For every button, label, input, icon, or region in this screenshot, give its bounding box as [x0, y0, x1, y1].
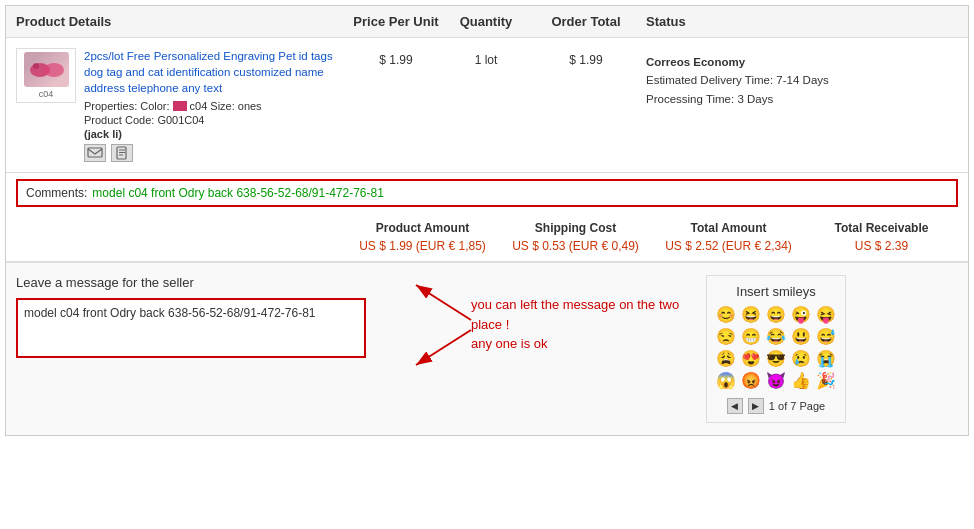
smiley-item[interactable]: 😢 — [790, 349, 812, 368]
svg-point-1 — [44, 63, 64, 77]
annotation-area: you can left the message on the two plac… — [411, 275, 691, 423]
column-header-status: Status — [646, 14, 958, 29]
smileys-section: Insert smileys 😊😆😄😜😝😒😁😂😃😅😩😍😎😢😭😱😡😈👍🎉 ◀ ▶ … — [706, 275, 846, 423]
properties-label: Properties: — [84, 100, 137, 112]
status-title: Correos Economy — [646, 53, 958, 71]
product-amount-value: US $ 1.99 (EUR € 1,85) — [346, 239, 499, 253]
totals-row: Product Amount US $ 1.99 (EUR € 1,85) Sh… — [6, 213, 968, 262]
total-receivable-value: US $ 2.39 — [805, 239, 958, 253]
message-icon[interactable] — [84, 144, 106, 162]
smiley-item[interactable]: 😍 — [740, 349, 762, 368]
totals-total-receivable: Total Receivable US $ 2.39 — [805, 221, 958, 253]
product-price: $ 1.99 — [346, 48, 446, 67]
smiley-item[interactable]: 👍 — [790, 371, 812, 390]
column-header-quantity: Quantity — [446, 14, 526, 29]
column-header-price: Price Per Unit — [346, 14, 446, 29]
product-code: Product Code: G001C04 — [84, 114, 346, 126]
smiley-item[interactable]: 😅 — [815, 327, 837, 346]
annotation-text: you can left the message on the two plac… — [471, 295, 691, 354]
smiley-item[interactable]: 😭 — [815, 349, 837, 368]
smileys-prev-btn[interactable]: ◀ — [727, 398, 743, 414]
product-order-total: $ 1.99 — [526, 48, 646, 67]
annotation-line2: place ! — [471, 315, 691, 335]
smileys-next-btn[interactable]: ▶ — [748, 398, 764, 414]
comments-row: Comments: model c04 front Odry back 638-… — [16, 179, 958, 207]
message-section-label: Leave a message for the seller — [16, 275, 396, 290]
smiley-item[interactable]: 😜 — [790, 305, 812, 324]
smiley-item[interactable]: 😡 — [740, 371, 762, 390]
size-value: ones — [238, 100, 262, 112]
smiley-item[interactable]: 🎉 — [815, 371, 837, 390]
svg-rect-3 — [88, 148, 102, 157]
shipping-cost-value: US $ 0.53 (EUR € 0,49) — [499, 239, 652, 253]
totals-shipping-cost: Shipping Cost US $ 0.53 (EUR € 0,49) — [499, 221, 652, 253]
totals-spacer — [16, 221, 346, 253]
shipping-cost-label: Shipping Cost — [499, 221, 652, 235]
product-properties: Properties: Color: c04 Size: ones — [84, 100, 346, 112]
thumb-label: c04 — [39, 89, 54, 99]
smiley-item[interactable]: 😆 — [740, 305, 762, 324]
smileys-grid: 😊😆😄😜😝😒😁😂😃😅😩😍😎😢😭😱😡😈👍🎉 — [715, 305, 837, 390]
message-section: Leave a message for the seller — [16, 275, 396, 423]
smiley-item[interactable]: 😝 — [815, 305, 837, 324]
color-label: Color: — [140, 100, 169, 112]
smiley-item[interactable]: 😄 — [765, 305, 787, 324]
column-header-product: Product Details — [16, 14, 346, 29]
status-processing: Processing Time: 3 Days — [646, 90, 958, 108]
size-label: Size: — [210, 100, 234, 112]
message-textarea[interactable] — [16, 298, 366, 358]
bottom-section: Leave a message for the seller you can l… — [6, 262, 968, 435]
product-user: (jack li) — [84, 128, 346, 140]
smiley-item[interactable]: 😊 — [715, 305, 737, 324]
total-amount-label: Total Amount — [652, 221, 805, 235]
smileys-title: Insert smileys — [715, 284, 837, 299]
color-value: c04 — [190, 100, 208, 112]
svg-line-10 — [416, 285, 471, 320]
totals-total-amount: Total Amount US $ 2.52 (EUR € 2,34) — [652, 221, 805, 253]
column-header-order-total: Order Total — [526, 14, 646, 29]
total-amount-value: US $ 2.52 (EUR € 2,34) — [652, 239, 805, 253]
smiley-item[interactable]: 😒 — [715, 327, 737, 346]
smiley-item[interactable]: 😩 — [715, 349, 737, 368]
color-swatch — [173, 101, 187, 111]
status-delivery: Estimated Delivery Time: 7-14 Days — [646, 71, 958, 89]
thumb-image — [24, 52, 69, 87]
product-row: c04 2pcs/lot Free Personalized Engraving… — [6, 38, 968, 173]
product-quantity: 1 lot — [446, 48, 526, 67]
smiley-item[interactable]: 😱 — [715, 371, 737, 390]
smileys-page-info: 1 of 7 Page — [769, 400, 825, 412]
document-icon[interactable] — [111, 144, 133, 162]
smiley-item[interactable]: 😃 — [790, 327, 812, 346]
annotation-line1: you can left the message on the two — [471, 295, 691, 315]
svg-line-9 — [416, 330, 471, 365]
smiley-item[interactable]: 😂 — [765, 327, 787, 346]
product-action-icons — [84, 144, 346, 162]
smiley-item[interactable]: 😁 — [740, 327, 762, 346]
annotation-line3: any one is ok — [471, 334, 691, 354]
total-receivable-label: Total Receivable — [805, 221, 958, 235]
product-status: Correos Economy Estimated Delivery Time:… — [646, 48, 958, 108]
smileys-nav: ◀ ▶ 1 of 7 Page — [715, 398, 837, 414]
comments-label: Comments: — [26, 186, 87, 200]
svg-point-2 — [33, 63, 39, 69]
smiley-item[interactable]: 😈 — [765, 371, 787, 390]
product-amount-label: Product Amount — [346, 221, 499, 235]
product-title[interactable]: 2pcs/lot Free Personalized Engraving Pet… — [84, 48, 346, 96]
comments-value: model c04 front Odry back 638-56-52-68/9… — [92, 186, 384, 200]
totals-product-amount: Product Amount US $ 1.99 (EUR € 1,85) — [346, 221, 499, 253]
product-text: 2pcs/lot Free Personalized Engraving Pet… — [84, 48, 346, 162]
product-info: c04 2pcs/lot Free Personalized Engraving… — [16, 48, 346, 162]
smiley-item[interactable]: 😎 — [765, 349, 787, 368]
product-thumbnail: c04 — [16, 48, 76, 103]
